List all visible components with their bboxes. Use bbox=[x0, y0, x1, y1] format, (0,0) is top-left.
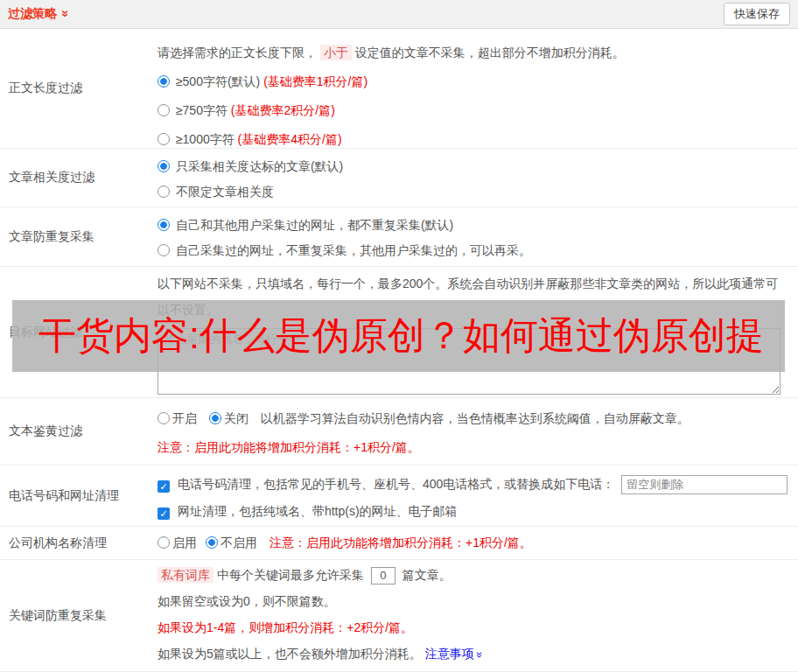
radio-porn-off[interactable] bbox=[209, 412, 221, 424]
url-clean-option: ✓ 网址清理，包括纯域名、带http(s)的网址、电子邮箱 bbox=[158, 500, 791, 522]
radio-750-chars[interactable] bbox=[158, 104, 170, 116]
keyword-limit-setting: 私有词库 中每个关键词最多允许采集 篇文章。 bbox=[158, 566, 791, 584]
porn-filter-options: 开启 关闭 以机器学习算法自动识别色情内容，当色情概率达到系统阈值，自动屏蔽文章… bbox=[158, 409, 791, 428]
keyword-note-cost: 如果设为1-4篇，则增加积分消耗：+2积分/篇。 bbox=[158, 619, 791, 637]
radio-relevance-only[interactable] bbox=[158, 160, 170, 172]
row-label: 电话号码和网址清理 bbox=[0, 466, 158, 526]
option-porn-on: 开启 bbox=[158, 411, 197, 425]
quick-save-button[interactable]: 快速保存 bbox=[724, 3, 790, 25]
option-porn-off: 关闭 bbox=[209, 411, 248, 425]
radio-relevance-any[interactable] bbox=[158, 186, 170, 198]
option-1000-chars: ≥1000字符 (基础费率4积分/篇) bbox=[158, 130, 791, 149]
page-title-text: 过滤策略 bbox=[8, 6, 57, 20]
collapse-chevron-icon[interactable]: « bbox=[57, 10, 70, 17]
url-clean-checkbox[interactable]: ✓ bbox=[158, 508, 170, 520]
row-content-length-filter: 正文长度过滤 请选择需求的正文长度下限， 小于 设定值的文章不采集，超出部分不增… bbox=[0, 29, 798, 149]
option-relevance-only: 只采集相关度达标的文章(默认) bbox=[158, 157, 791, 176]
phone-clean-option: ✓ 电话号码清理，包括常见的手机号、座机号、400电话格式，或替换成如下电话： bbox=[158, 473, 791, 494]
row-dedup-collection: 文章防重复采集 自己和其他用户采集过的网址，都不重复采集(默认) 自己采集过的网… bbox=[0, 207, 798, 267]
row-label: 正文长度过滤 bbox=[0, 29, 158, 148]
keyword-note-zero: 如果留空或设为0，则不限篇数。 bbox=[158, 592, 791, 611]
option-company-off: 不启用 bbox=[206, 536, 257, 551]
watermark-text: 干货内容:什么是伪原创？如何通过伪原创提 bbox=[38, 311, 764, 361]
radio-1000-chars[interactable] bbox=[158, 133, 170, 145]
phone-clean-checkbox[interactable]: ✓ bbox=[158, 480, 170, 493]
row-label: 文章防重复采集 bbox=[0, 207, 158, 266]
notice-link[interactable]: 注意事项« bbox=[425, 647, 481, 661]
porn-filter-cost-note: 注意：启用此功能将增加积分消耗：+1积分/篇。 bbox=[158, 438, 791, 457]
replacement-phone-input[interactable] bbox=[621, 475, 788, 494]
row-content: 只采集相关度达标的文章(默认) 不限定文章相关度 bbox=[158, 149, 798, 206]
header-bar: 过滤策略« 快速保存 bbox=[0, 0, 798, 29]
keyword-limit-input[interactable] bbox=[371, 567, 396, 584]
row-label: 文章相关度过滤 bbox=[0, 149, 158, 206]
row-phone-url-clean: 电话号码和网址清理 ✓ 电话号码清理，包括常见的手机号、座机号、400电话格式，… bbox=[0, 466, 798, 527]
rate-note: (基础费率4积分/篇) bbox=[238, 132, 342, 146]
watermark-banner: 干货内容:什么是伪原创？如何通过伪原创提 bbox=[12, 300, 785, 372]
radio-company-on[interactable] bbox=[158, 536, 170, 549]
row-label: 文本鉴黄过滤 bbox=[0, 398, 158, 465]
row-content: ✓ 电话号码清理，包括常见的手机号、座机号、400电话格式，或替换成如下电话： … bbox=[158, 466, 798, 526]
radio-dedup-self-only[interactable] bbox=[158, 244, 170, 256]
company-clean-cost-note: 注意：启用此功能将增加积分消耗：+1积分/篇。 bbox=[270, 536, 532, 551]
option-750-chars: ≥750字符 (基础费率2积分/篇) bbox=[158, 101, 791, 120]
row-content: 启用 不启用 注意：启用此功能将增加积分消耗：+1积分/篇。 bbox=[158, 527, 798, 559]
option-500-chars: ≥500字符(默认) (基础费率1积分/篇) bbox=[158, 72, 791, 91]
row-label: 关键词防重复采集 bbox=[0, 560, 158, 671]
radio-500-chars[interactable] bbox=[158, 75, 170, 88]
page-title: 过滤策略« bbox=[8, 6, 66, 22]
row-content: 开启 关闭 以机器学习算法自动识别色情内容，当色情概率达到系统阈值，自动屏蔽文章… bbox=[158, 398, 798, 465]
option-dedup-self-only: 自己采集过的网址，不重复采集，其他用户采集过的，可以再采。 bbox=[158, 241, 791, 260]
option-company-on: 启用 bbox=[158, 536, 197, 551]
row-keyword-dedup: 关键词防重复采集 私有词库 中每个关键词最多允许采集 篇文章。 如果留空或设为0… bbox=[0, 560, 798, 672]
radio-porn-on[interactable] bbox=[158, 412, 170, 424]
porn-filter-description: 以机器学习算法自动识别色情内容，当色情概率达到系统阈值，自动屏蔽文章。 bbox=[261, 411, 690, 425]
row-label: 公司机构名称清理 bbox=[0, 527, 158, 559]
option-relevance-any: 不限定文章相关度 bbox=[158, 182, 791, 201]
radio-dedup-all-users[interactable] bbox=[158, 219, 170, 231]
rate-note: (基础费率1积分/篇) bbox=[263, 74, 368, 88]
row-relevance-filter: 文章相关度过滤 只采集相关度达标的文章(默认) 不限定文章相关度 bbox=[0, 149, 798, 207]
option-dedup-all-users: 自己和其他用户采集过的网址，都不重复采集(默认) bbox=[158, 215, 791, 234]
private-lexicon-highlight: 私有词库 bbox=[158, 567, 214, 583]
notice-chevron-icon: « bbox=[472, 652, 484, 658]
content-length-description: 请选择需求的正文长度下限， 小于 设定值的文章不采集，超出部分不增加积分消耗。 bbox=[158, 43, 791, 62]
less-than-highlight: 小于 bbox=[320, 45, 352, 60]
keyword-note-five: 如果设为5篇或以上，也不会额外增加积分消耗。 注意事项« bbox=[158, 645, 791, 663]
row-porn-filter: 文本鉴黄过滤 开启 关闭 以机器学习算法自动识别色情内容，当色情概率达到系统阈值… bbox=[0, 398, 798, 466]
row-content: 自己和其他用户采集过的网址，都不重复采集(默认) 自己采集过的网址，不重复采集，… bbox=[158, 207, 798, 266]
row-content: 私有词库 中每个关键词最多允许采集 篇文章。 如果留空或设为0，则不限篇数。 如… bbox=[158, 560, 798, 671]
radio-company-off[interactable] bbox=[206, 536, 218, 549]
row-content: 请选择需求的正文长度下限， 小于 设定值的文章不采集，超出部分不增加积分消耗。 … bbox=[158, 29, 798, 148]
rate-note: (基础费率2积分/篇) bbox=[231, 103, 335, 117]
row-company-clean: 公司机构名称清理 启用 不启用 注意：启用此功能将增加积分消耗：+1积分/篇。 bbox=[0, 527, 798, 560]
